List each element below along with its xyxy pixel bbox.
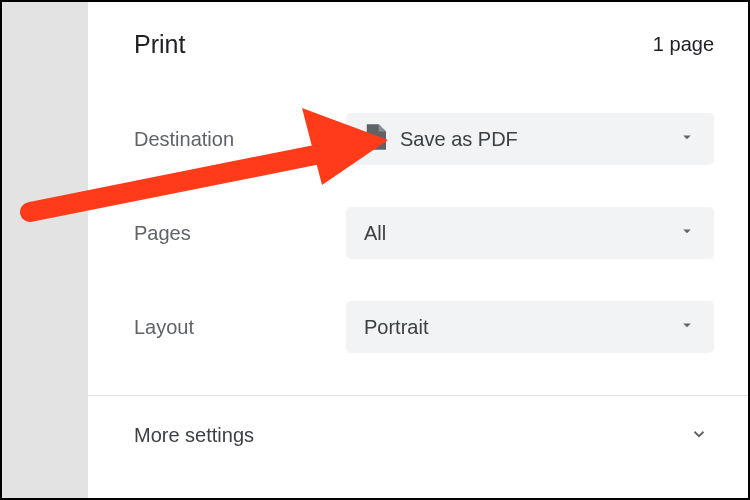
chevron-down-icon bbox=[678, 222, 696, 244]
panel-header: Print 1 page bbox=[134, 30, 714, 59]
pages-label: Pages bbox=[134, 222, 346, 245]
pages-select[interactable]: All bbox=[346, 207, 714, 259]
destination-value: Save as PDF bbox=[400, 128, 678, 151]
layout-label: Layout bbox=[134, 316, 346, 339]
chevron-down-icon bbox=[678, 316, 696, 338]
print-settings-panel: Print 1 page Destination Save as PDF Pag… bbox=[88, 2, 748, 498]
preview-sidebar bbox=[2, 2, 88, 498]
destination-select[interactable]: Save as PDF bbox=[346, 113, 714, 165]
chevron-down-icon bbox=[678, 128, 696, 150]
chevron-down-icon bbox=[690, 425, 708, 447]
layout-row: Layout Portrait bbox=[134, 301, 714, 353]
layout-select[interactable]: Portrait bbox=[346, 301, 714, 353]
page-title: Print bbox=[134, 30, 185, 59]
destination-label: Destination bbox=[134, 128, 346, 151]
pages-value: All bbox=[364, 222, 678, 245]
pages-row: Pages All bbox=[134, 207, 714, 259]
more-settings-label: More settings bbox=[134, 424, 254, 447]
document-icon bbox=[364, 124, 400, 154]
destination-row: Destination Save as PDF bbox=[134, 113, 714, 165]
layout-value: Portrait bbox=[364, 316, 678, 339]
more-settings-toggle[interactable]: More settings bbox=[134, 396, 714, 447]
page-count-text: 1 page bbox=[653, 33, 714, 56]
